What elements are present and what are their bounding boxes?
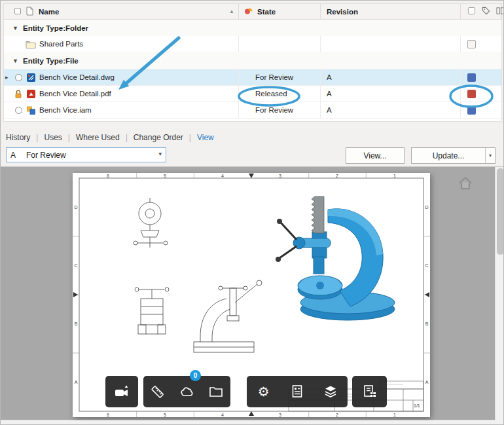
tab-uses[interactable]: Uses xyxy=(44,133,62,142)
collapse-group-icon[interactable]: ▼ xyxy=(12,58,18,64)
dropdown-state-value: For Review xyxy=(26,151,66,160)
settings-gear-icon[interactable]: ⚙ xyxy=(255,382,273,401)
status-square xyxy=(467,90,476,98)
folder-icon xyxy=(26,40,36,50)
zone-label: 3 xyxy=(279,174,281,178)
status-circle-icon xyxy=(15,107,22,114)
group-row-file[interactable]: ▼ Entity Type:File xyxy=(4,53,501,69)
toolbar-group-camera xyxy=(105,376,138,407)
file-row-pdf[interactable]: Bench Vice Detail.pdf Released A xyxy=(4,86,501,102)
tab-where-used[interactable]: Where Used xyxy=(76,133,120,142)
markup-cloud-icon[interactable] xyxy=(177,382,196,401)
file-type-column-icon xyxy=(26,7,33,17)
status-circle-icon xyxy=(15,74,22,81)
file-row-iam[interactable]: Bench Vice.iam For Review A xyxy=(4,102,501,119)
dropdown-revision-value: A xyxy=(10,151,25,160)
column-label-name: Name xyxy=(39,8,59,16)
folder-open-icon[interactable] xyxy=(207,382,225,401)
group-label: Entity Type:File xyxy=(23,57,79,65)
tag-icon[interactable] xyxy=(482,7,490,16)
lock-icon xyxy=(14,89,22,100)
tab-history[interactable]: History xyxy=(6,133,30,142)
zone-label: 4 xyxy=(221,413,224,417)
zone-label: 5 xyxy=(164,174,166,178)
tab-separator: | xyxy=(189,133,191,142)
zone-label: 6 xyxy=(107,413,109,417)
file-revision: A xyxy=(327,73,332,81)
status-square xyxy=(467,106,476,115)
column-chooser-icon[interactable] xyxy=(496,7,504,16)
ortho-view-vice-front xyxy=(134,198,168,248)
markup-count-badge: 0 xyxy=(190,370,201,381)
detail-tabs: History | Uses | Where Used | Change Ord… xyxy=(6,131,214,144)
zone-label: C xyxy=(74,263,77,268)
column-header-state[interactable]: State xyxy=(239,4,321,20)
vertical-scrollbar[interactable] xyxy=(495,167,504,420)
zone-label: 2 xyxy=(336,174,338,178)
toolbar-group-export xyxy=(352,376,387,407)
horizontal-scrollbar[interactable] xyxy=(1,420,495,425)
revision-state-dropdown[interactable]: A For Review ▾ xyxy=(6,147,166,162)
viewer-canvas[interactable]: 6 5 4 3 2 1 6 5 4 3 2 1 D C B xyxy=(1,167,495,420)
tab-separator: | xyxy=(126,133,128,142)
state-icon xyxy=(244,7,253,17)
checkbox-column-icon[interactable] xyxy=(467,7,476,16)
update-split-chevron-icon[interactable]: ▾ xyxy=(485,148,495,163)
file-revision: A xyxy=(327,90,332,98)
zone-label: D xyxy=(425,205,428,210)
zone-label: C xyxy=(425,263,428,268)
folder-name: Shared Parts xyxy=(39,40,83,48)
select-all-checkbox[interactable] xyxy=(14,8,21,14)
properties-document-icon[interactable] xyxy=(288,382,306,401)
chevron-down-icon: ▾ xyxy=(158,151,162,157)
home-view-icon[interactable] xyxy=(457,175,474,192)
tab-separator: | xyxy=(36,133,38,142)
group-label: Entity Type:Folder xyxy=(23,24,88,32)
zone-label: 4 xyxy=(221,174,224,178)
file-revision: A xyxy=(327,106,332,114)
file-state: For Review xyxy=(255,106,293,114)
measure-icon[interactable] xyxy=(149,382,167,401)
row-checkbox[interactable] xyxy=(467,40,476,48)
view-button-label: View... xyxy=(363,151,386,160)
folder-row-shared-parts[interactable]: Shared Parts xyxy=(4,36,501,52)
dwg-file-icon xyxy=(27,73,35,83)
file-grid: Name ▲ State Revision xyxy=(3,3,502,122)
update-button[interactable]: Update... ▾ xyxy=(411,147,495,164)
vertical-scrollbar-thumb[interactable] xyxy=(497,168,504,255)
document-grid-icon[interactable] xyxy=(361,382,379,401)
update-button-label: Update... xyxy=(433,151,465,160)
zone-label: 1 xyxy=(393,413,396,417)
column-header-revision[interactable]: Revision xyxy=(321,4,461,20)
column-label-state: State xyxy=(257,8,276,16)
sheet-number: 1/1 xyxy=(414,403,420,408)
file-row-dwg[interactable]: ▸ Bench Vice Detail.dwg For Review A xyxy=(4,69,501,86)
zone-label: B xyxy=(75,322,78,326)
zone-label: 5 xyxy=(164,413,166,417)
collapse-group-icon[interactable]: ▼ xyxy=(12,25,18,31)
tab-separator: | xyxy=(68,133,70,142)
column-label-revision: Revision xyxy=(327,8,358,16)
iam-file-icon xyxy=(27,106,35,116)
zone-label: A xyxy=(425,380,429,384)
zone-label: D xyxy=(74,205,77,210)
column-header-name[interactable]: Name ▲ xyxy=(4,4,239,20)
vault-window: Name ▲ State Revision xyxy=(0,0,504,425)
zone-label: A xyxy=(75,380,78,384)
view-button[interactable]: View... xyxy=(346,147,405,164)
current-row-marker-icon: ▸ xyxy=(5,74,9,81)
status-square xyxy=(467,73,476,82)
zone-label: 3 xyxy=(279,413,281,417)
tab-change-order[interactable]: Change Order xyxy=(134,133,183,142)
iso-view-press xyxy=(276,196,395,320)
column-header-tools xyxy=(461,4,501,20)
group-row-folder[interactable]: ▼ Entity Type:Folder xyxy=(4,20,501,37)
file-name: Bench Vice.iam xyxy=(39,106,92,114)
pdf-file-icon xyxy=(27,90,35,100)
camera-views-icon[interactable] xyxy=(113,382,131,401)
grid-header: Name ▲ State Revision xyxy=(4,4,501,20)
zone-label: B xyxy=(425,322,429,326)
toolbar-group-settings: ⚙ xyxy=(247,376,348,407)
layers-icon[interactable] xyxy=(321,382,340,401)
tab-view[interactable]: View xyxy=(197,133,214,142)
